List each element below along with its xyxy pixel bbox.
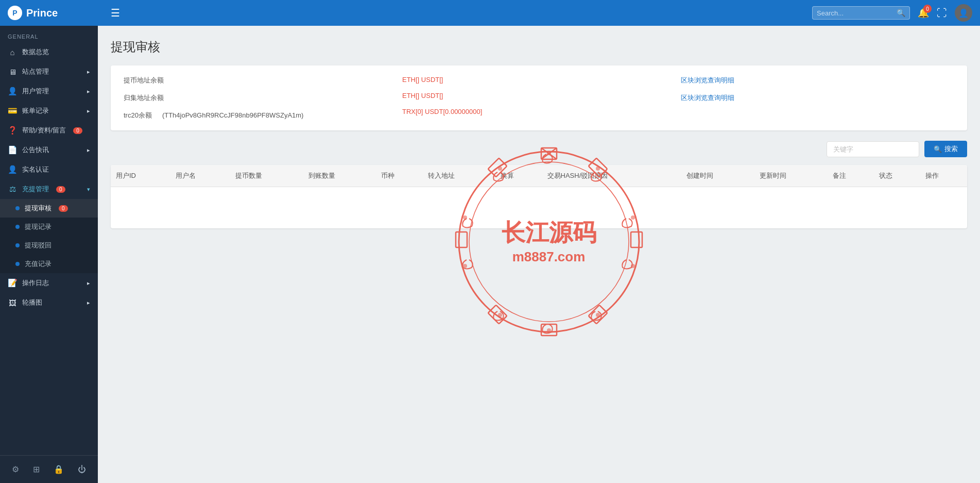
search-bar: 🔍 搜索 xyxy=(111,141,967,157)
col-action: 操作 xyxy=(920,165,967,187)
sidebar-item-user-manage[interactable]: 👤 用户管理 ▸ xyxy=(0,81,98,101)
sidebar-item-label: 站点管理 xyxy=(22,67,49,76)
trc20-value-row: TRX[0] USDT[0.00000000] xyxy=(402,108,676,115)
notification-badge: 0 xyxy=(923,5,932,13)
arrow-icon: ▸ xyxy=(87,88,90,95)
help-badge: 0 xyxy=(73,127,82,134)
sidebar-item-help[interactable]: ❓ 帮助/资料/留言 0 xyxy=(0,121,98,140)
search-input[interactable] xyxy=(817,9,894,17)
col-exchange: 换算 xyxy=(495,165,542,187)
avatar[interactable]: 👤 xyxy=(955,4,972,22)
col-withdraw-amount: 提币数量 xyxy=(230,165,303,187)
empty-cell xyxy=(111,187,967,229)
submenu-item-deposit-records[interactable]: 充值记录 xyxy=(0,255,98,273)
col-tx-hash: 交易HASH/驳回原因 xyxy=(542,165,682,187)
col-user-id: 用户ID xyxy=(111,165,170,187)
arrow-icon: ▸ xyxy=(87,69,90,75)
sidebar-item-deposit-manage[interactable]: ⚖ 充提管理 0 ▾ xyxy=(0,179,98,199)
user-icon: 👤 xyxy=(8,87,17,96)
sidebar-item-carousel[interactable]: 🖼 轮播图 ▸ xyxy=(0,293,98,312)
log-icon: 📝 xyxy=(8,278,17,288)
sidebar-item-label: 用户管理 xyxy=(22,87,49,96)
deposit-address-value-row: ETH[] USDT[] xyxy=(402,76,676,84)
arrow-icon: ▸ xyxy=(87,299,90,306)
sidebar-item-account-log[interactable]: 💳 账单记录 ▸ xyxy=(0,101,98,121)
data-table: 用户ID 用户名 提币数量 到账数量 币种 转入地址 换算 交易HASH/驳回原… xyxy=(111,165,967,228)
scale-icon: ⚖ xyxy=(8,185,17,194)
submenu-item-label: 提现驳回 xyxy=(25,241,51,250)
top-header: P Prince ☰ 🔍 🔔 0 ⛶ 👤 xyxy=(0,0,980,26)
search-button[interactable]: 🔍 搜索 xyxy=(924,141,967,157)
help-icon: ❓ xyxy=(8,126,17,135)
sidebar-footer: ⚙ ⊞ 🔒 ⏻ xyxy=(0,455,98,483)
table-body xyxy=(111,187,967,229)
trc20-value: TRX[0] USDT[0.00000000] xyxy=(402,108,482,115)
chevron-down-icon: ▾ xyxy=(87,186,90,193)
logo-area: P Prince xyxy=(8,6,100,20)
search-button-label: 搜索 xyxy=(944,144,958,154)
notice-icon: 📄 xyxy=(8,145,17,155)
arrow-icon: ▸ xyxy=(87,280,90,287)
info-col-links: 区块浏览查询明细 区块浏览查询明细 xyxy=(681,76,954,120)
sidebar-item-notice[interactable]: 📄 公告快讯 ▸ xyxy=(0,140,98,160)
deposit-address-link[interactable]: 区块浏览查询明细 xyxy=(681,76,734,85)
submenu-item-withdraw-return[interactable]: 提现驳回 xyxy=(0,236,98,255)
col-transfer-address: 转入地址 xyxy=(423,165,496,187)
sidebar-item-dashboard[interactable]: ⌂ 数据总览 xyxy=(0,42,98,62)
monitor-icon: 🖥 xyxy=(8,68,17,76)
layout-button[interactable]: ⊞ xyxy=(30,462,42,477)
info-col-labels: 提币地址余额 归集地址余额 trc20余额 (TTh4joPv8GhR9RCcJ… xyxy=(124,76,397,120)
collect-address-value: ETH[] USDT[] xyxy=(402,92,443,99)
main-layout: GENERAL ⌂ 数据总览 🖥 站点管理 ▸ 👤 用户管理 ▸ 💳 账单记录 … xyxy=(0,26,980,483)
deposit-address-label: 提币地址余额 xyxy=(124,76,164,85)
settings-button[interactable]: ⚙ xyxy=(9,462,22,477)
content-area: 提现审核 提币地址余额 归集地址余额 trc20余额 (TTh4joPv8GhR… xyxy=(98,26,980,483)
image-icon: 🖼 xyxy=(8,298,17,307)
credit-icon: 💳 xyxy=(8,106,17,115)
col-update-time: 更新时间 xyxy=(754,165,828,187)
submenu-item-withdraw-records[interactable]: 提现记录 xyxy=(0,218,98,236)
logo-icon: P xyxy=(8,6,22,20)
col-username: 用户名 xyxy=(170,165,230,187)
col-received-amount: 到账数量 xyxy=(303,165,376,187)
deposit-address-value: ETH[] USDT[] xyxy=(402,76,443,84)
notification-button[interactable]: 🔔 0 xyxy=(918,7,929,19)
deposit-address-row: 提币地址余额 xyxy=(124,76,397,85)
submenu-item-label: 提现记录 xyxy=(25,222,51,231)
submenu-item-withdraw-review[interactable]: 提现审核 0 xyxy=(0,199,98,218)
sidebar-item-label: 公告快讯 xyxy=(22,145,49,155)
table-container: 用户ID 用户名 提币数量 到账数量 币种 转入地址 换算 交易HASH/驳回原… xyxy=(111,165,967,228)
page-title: 提现审核 xyxy=(111,39,967,55)
keyword-input[interactable] xyxy=(827,141,919,157)
expand-button[interactable]: ⛶ xyxy=(937,7,947,19)
sidebar-item-label: 充提管理 xyxy=(22,185,49,194)
header-left: P Prince ☰ xyxy=(8,4,123,22)
submenu-item-label: 提现审核 xyxy=(25,204,51,213)
submenu-item-label: 充值记录 xyxy=(25,259,51,269)
collect-address-label: 归集地址余额 xyxy=(124,93,164,103)
sidebar-item-realname[interactable]: 👤 实名认证 xyxy=(0,160,98,179)
sidebar-item-label: 帮助/资料/留言 xyxy=(22,126,66,135)
search-icon: 🔍 xyxy=(897,9,905,17)
app-name: Prince xyxy=(26,7,58,19)
sidebar: GENERAL ⌂ 数据总览 🖥 站点管理 ▸ 👤 用户管理 ▸ 💳 账单记录 … xyxy=(0,26,98,483)
col-currency: 币种 xyxy=(376,165,422,187)
deposit-manage-badge: 0 xyxy=(56,186,65,193)
sidebar-item-label: 数据总览 xyxy=(22,47,49,57)
logo-letter: P xyxy=(12,9,17,17)
power-button[interactable]: ⏻ xyxy=(75,462,89,477)
sidebar-item-label: 操作日志 xyxy=(22,278,49,288)
sidebar-item-label: 轮播图 xyxy=(22,298,42,307)
sidebar-section-general: GENERAL xyxy=(0,26,98,42)
trc20-address: (TTh4joPv8GhR9RCcJF98nb96PF8WSZyA1m) xyxy=(162,111,304,119)
collect-address-link[interactable]: 区块浏览查询明细 xyxy=(681,93,734,103)
arrow-icon: ▸ xyxy=(87,147,90,154)
lock-button[interactable]: 🔒 xyxy=(51,462,66,477)
search-box[interactable]: 🔍 xyxy=(812,6,910,20)
header-right: 🔍 🔔 0 ⛶ 👤 xyxy=(812,4,972,22)
deposit-link-row: 区块浏览查询明细 xyxy=(681,76,954,85)
realname-icon: 👤 xyxy=(8,165,17,174)
sidebar-item-operation-log[interactable]: 📝 操作日志 ▸ xyxy=(0,273,98,293)
sidebar-item-site-manage[interactable]: 🖥 站点管理 ▸ xyxy=(0,62,98,81)
hamburger-button[interactable]: ☰ xyxy=(108,4,123,22)
